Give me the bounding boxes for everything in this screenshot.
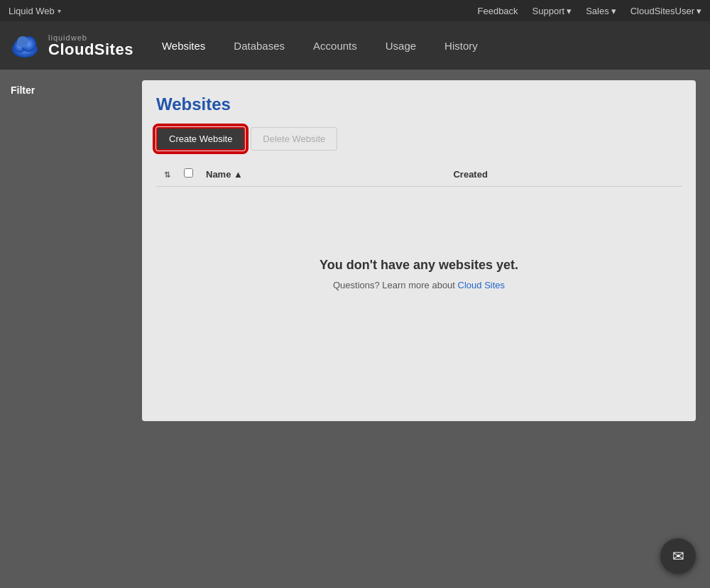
websites-table: ⇅ Name ▲ Created xyxy=(156,162,682,333)
created-column-header[interactable]: Created xyxy=(446,162,682,187)
support-chevron-icon: ▾ xyxy=(567,6,572,16)
svg-point-3 xyxy=(17,36,28,48)
envelope-icon: ✉ xyxy=(672,548,684,565)
top-bar-brand-label[interactable]: Liquid Web xyxy=(9,6,55,16)
fab-button[interactable]: ✉ xyxy=(660,538,696,574)
nav-item-databases[interactable]: Databases xyxy=(219,21,299,70)
content-area: Websites Create Website Delete Website ⇅ xyxy=(128,70,710,588)
cloud-sites-link[interactable]: Cloud Sites xyxy=(458,280,505,290)
nav-item-accounts[interactable]: Accounts xyxy=(299,21,371,70)
top-bar-right: Feedback Support ▾ Sales ▾ CloudSitesUse… xyxy=(478,6,702,16)
empty-state: You don't have any websites yet. Questio… xyxy=(156,187,682,333)
main-layout: Filter Websites Create Website Delete We… xyxy=(0,70,710,588)
top-bar: Liquid Web ▾ Feedback Support ▾ Sales ▾ … xyxy=(0,0,710,21)
name-sort-icon: ▲ xyxy=(234,169,243,180)
logo-area[interactable]: liquidweb CloudSites xyxy=(7,28,133,63)
page-title: Websites xyxy=(156,94,682,114)
feedback-link[interactable]: Feedback xyxy=(478,6,518,16)
logo-text: liquidweb CloudSites xyxy=(48,34,133,58)
sidebar: Filter xyxy=(0,70,128,588)
nav-item-websites[interactable]: Websites xyxy=(148,21,219,70)
empty-state-sub: Questions? Learn more about Cloud Sites xyxy=(333,280,505,290)
nav-item-history[interactable]: History xyxy=(430,21,492,70)
logo-large-text: CloudSites xyxy=(48,42,133,58)
user-chevron-icon: ▾ xyxy=(697,6,701,16)
top-bar-chevron-icon: ▾ xyxy=(58,7,61,15)
cloud-logo-icon xyxy=(7,28,43,63)
delete-website-button[interactable]: Delete Website xyxy=(251,127,337,151)
top-bar-left: Liquid Web ▾ xyxy=(9,6,61,16)
button-row: Create Website Delete Website xyxy=(156,127,682,151)
support-link[interactable]: Support ▾ xyxy=(532,6,572,16)
name-column-header[interactable]: Name ▲ xyxy=(199,162,446,187)
user-menu[interactable]: CloudSitesUser ▾ xyxy=(630,6,701,16)
content-card: Websites Create Website Delete Website ⇅ xyxy=(142,80,696,421)
nav-item-usage[interactable]: Usage xyxy=(371,21,430,70)
nav-bar: liquidweb CloudSites Websites Databases … xyxy=(0,21,710,70)
empty-state-message: You don't have any websites yet. xyxy=(320,258,518,273)
checkbox-column-header[interactable] xyxy=(178,162,199,187)
sort-arrows-icon: ⇅ xyxy=(164,170,170,180)
sales-link[interactable]: Sales ▾ xyxy=(586,6,616,16)
table-header-row: ⇅ Name ▲ Created xyxy=(156,162,682,187)
create-website-button[interactable]: Create Website xyxy=(156,127,245,151)
empty-state-row: You don't have any websites yet. Questio… xyxy=(156,187,682,334)
sort-column-header[interactable]: ⇅ xyxy=(156,162,178,187)
sidebar-title: Filter xyxy=(11,85,35,96)
sales-chevron-icon: ▾ xyxy=(611,6,616,16)
nav-links: Websites Databases Accounts Usage Histor… xyxy=(148,21,492,70)
select-all-checkbox[interactable] xyxy=(184,168,193,178)
